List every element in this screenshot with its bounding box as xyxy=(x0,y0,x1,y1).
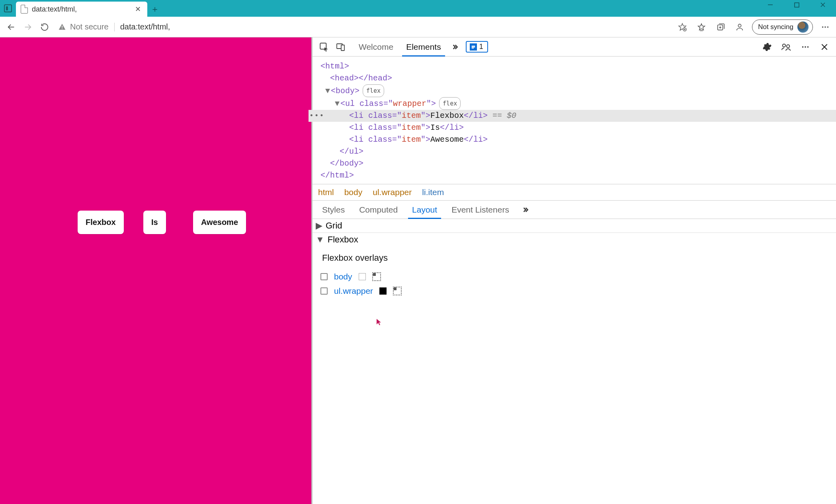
devtools-tab-welcome[interactable]: Welcome xyxy=(352,37,400,56)
nav-back-button[interactable] xyxy=(4,20,18,34)
issues-icon xyxy=(470,43,477,51)
dom-node-selected[interactable]: ••• <li class="item">Flexbox</li> == $0 xyxy=(309,110,836,122)
dom-node[interactable]: </html> xyxy=(320,170,832,182)
dom-node[interactable]: ▼<body>flex xyxy=(320,84,832,97)
disclosure-triangle-icon: ▼ xyxy=(316,234,324,245)
flex-overlay-icon[interactable] xyxy=(393,287,402,295)
section-title: Grid xyxy=(326,221,342,231)
devtools-panel: Welcome Elements 1 xyxy=(311,37,836,504)
flex-overlay-icon[interactable] xyxy=(372,272,381,281)
flex-item: Awesome xyxy=(193,211,246,234)
omnibox[interactable]: Not secure data:text/html, xyxy=(54,20,670,35)
svg-rect-1 xyxy=(795,3,799,7)
inspect-element-button[interactable] xyxy=(316,39,332,55)
styles-tabs-overflow[interactable] xyxy=(518,206,532,214)
page-viewport: Flexbox Is Awesome xyxy=(0,37,311,504)
section-flexbox[interactable]: ▼ Flexbox xyxy=(313,233,836,246)
svg-point-17 xyxy=(738,24,741,27)
nav-forward-button[interactable] xyxy=(21,20,35,34)
section-title: Flexbox xyxy=(328,234,358,245)
omnibox-divider xyxy=(114,23,115,31)
dom-breadcrumb: html body ul.wrapper li.item xyxy=(313,184,836,201)
crumb[interactable]: ul.wrapper xyxy=(373,188,412,197)
svg-point-30 xyxy=(805,46,806,48)
sync-status-button[interactable]: Not syncing xyxy=(752,20,813,35)
overlay-checkbox[interactable] xyxy=(320,287,328,295)
devtools-feedback-button[interactable] xyxy=(778,39,795,55)
dom-node[interactable]: <head></head> xyxy=(320,72,832,84)
overlay-checkbox[interactable] xyxy=(320,273,328,280)
window-titlebar: data:text/html, ✕ ＋ xyxy=(0,0,836,17)
url-text: data:text/html, xyxy=(120,22,170,31)
svg-rect-6 xyxy=(62,25,63,27)
color-swatch[interactable] xyxy=(379,287,387,295)
device-toolbar-button[interactable] xyxy=(332,39,349,55)
address-bar: Not secure data:text/html, Not syncing xyxy=(0,17,836,37)
add-favorite-icon[interactable] xyxy=(676,20,689,34)
tab-close-button[interactable]: ✕ xyxy=(133,4,143,14)
crumb[interactable]: html xyxy=(318,188,334,197)
svg-point-18 xyxy=(822,26,824,28)
security-label: Not secure xyxy=(70,22,109,31)
not-secure-icon xyxy=(58,23,66,31)
devtools-tab-elements[interactable]: Elements xyxy=(400,37,447,56)
color-swatch[interactable] xyxy=(359,273,366,280)
dom-node[interactable]: <li class="item">Awesome</li> xyxy=(320,134,832,146)
window-minimize-button[interactable] xyxy=(757,0,783,10)
flexbox-overlays-title: Flexbox overlays xyxy=(320,250,832,270)
svg-rect-7 xyxy=(62,28,63,29)
tab-title: data:text/html, xyxy=(32,5,129,14)
svg-point-27 xyxy=(783,44,785,47)
dom-node[interactable]: <li class="item">Is</li> xyxy=(320,122,832,134)
browser-menu-button[interactable] xyxy=(818,20,832,34)
svg-point-28 xyxy=(787,45,789,47)
devtools-settings-button[interactable] xyxy=(759,39,775,55)
page-icon xyxy=(21,5,28,14)
new-tab-button[interactable]: ＋ xyxy=(147,2,162,17)
tab-styles[interactable]: Styles xyxy=(315,201,352,219)
svg-point-19 xyxy=(824,26,826,28)
overlay-target-link[interactable]: ul.wrapper xyxy=(334,286,373,296)
avatar xyxy=(797,21,809,33)
dom-node[interactable]: </body> xyxy=(320,158,832,170)
issues-count: 1 xyxy=(479,43,483,51)
flex-item: Is xyxy=(143,211,166,234)
flexbox-overlay-row: ul.wrapper xyxy=(320,284,832,298)
tab-event-listeners[interactable]: Event Listeners xyxy=(444,201,516,219)
flex-item: Flexbox xyxy=(78,211,124,234)
dom-node[interactable]: </ul> xyxy=(320,146,832,158)
devtools-close-button[interactable] xyxy=(816,39,833,55)
window-close-button[interactable] xyxy=(810,0,836,10)
crumb[interactable]: body xyxy=(344,188,363,197)
svg-rect-23 xyxy=(341,45,344,51)
nav-reload-button[interactable] xyxy=(37,20,52,34)
dom-tree[interactable]: <html> <head></head> ▼<body>flex ▼<ul cl… xyxy=(313,57,836,184)
tab-computed[interactable]: Computed xyxy=(352,201,405,219)
dom-node[interactable]: ▼<ul class="wrapper">flex xyxy=(320,97,832,110)
section-grid[interactable]: ▶ Grid xyxy=(313,219,836,232)
window-maximize-button[interactable] xyxy=(783,0,810,10)
svg-rect-24 xyxy=(472,46,475,47)
favorites-icon[interactable] xyxy=(695,20,708,34)
devtools-menu-button[interactable] xyxy=(797,39,814,55)
styles-tabs: Styles Computed Layout Event Listeners xyxy=(313,201,836,219)
svg-point-31 xyxy=(807,46,809,48)
flex-badge[interactable]: flex xyxy=(363,84,384,97)
mouse-cursor xyxy=(376,318,382,326)
flex-badge[interactable]: flex xyxy=(439,97,461,110)
tab-layout[interactable]: Layout xyxy=(405,201,444,219)
crumb[interactable]: li.item xyxy=(422,188,444,197)
flexbox-overlay-row: body xyxy=(320,270,832,284)
disclosure-triangle-icon: ▶ xyxy=(316,221,322,231)
overlay-target-link[interactable]: body xyxy=(334,272,352,281)
svg-point-29 xyxy=(802,46,804,48)
svg-rect-25 xyxy=(472,47,475,47)
browser-tab[interactable]: data:text/html, ✕ xyxy=(16,2,147,17)
issues-button[interactable]: 1 xyxy=(466,41,488,53)
dom-node[interactable]: <html> xyxy=(320,61,832,72)
profile-icon[interactable] xyxy=(733,20,746,34)
devtools-tabs-overflow[interactable] xyxy=(447,37,462,56)
collections-icon[interactable] xyxy=(714,20,727,34)
app-icon xyxy=(0,0,16,17)
svg-rect-26 xyxy=(472,48,474,49)
